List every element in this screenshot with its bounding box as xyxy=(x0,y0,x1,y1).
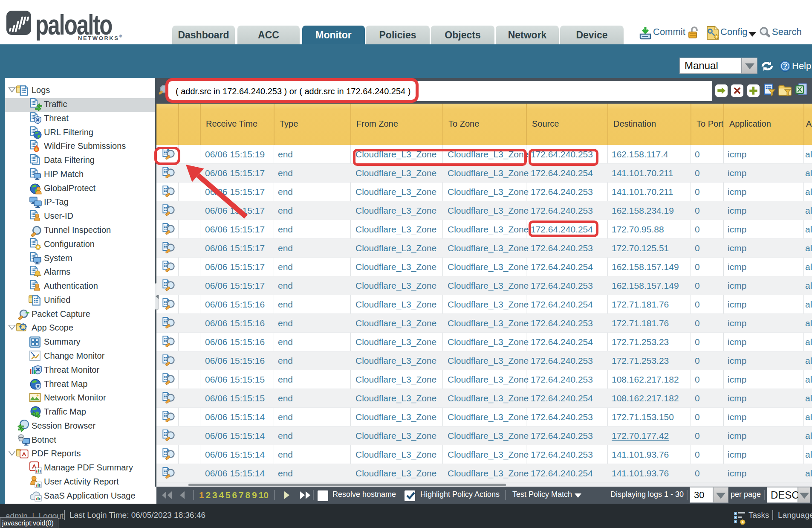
svg-text:?: ? xyxy=(783,62,787,70)
